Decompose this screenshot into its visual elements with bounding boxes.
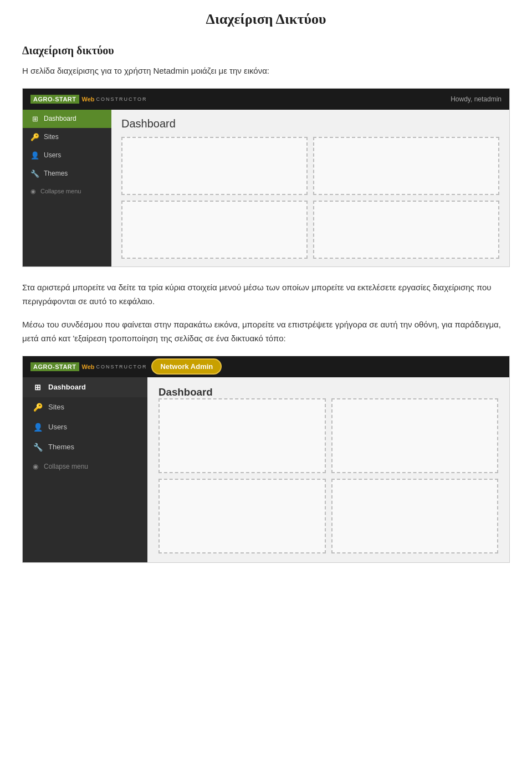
sidebar-2: ⊞ Dashboard 🔑 Sites 👤 Users 🔧 Themes ◉ C…	[23, 377, 147, 562]
dashboard-grid-1	[121, 137, 499, 259]
sidebar-label-dashboard-2: Dashboard	[48, 383, 86, 391]
sidebar-item-dashboard-1[interactable]: ⊞ Dashboard	[23, 110, 111, 128]
body-text-1: Στα αριστερά μπορείτε να δείτε τα τρία κ…	[22, 280, 510, 309]
screenshot-1: AGRO-START Web Constructor Howdy, netadm…	[22, 88, 510, 267]
main-content-2: Dashboard	[147, 377, 509, 562]
sidebar-label-sites-1: Sites	[44, 133, 59, 141]
dashboard-cell-1c	[121, 201, 308, 259]
logo-constructor-2: Constructor	[96, 364, 147, 370]
section-heading: Διαχείριση δικτύου	[22, 44, 510, 57]
admin-logo-1: AGRO-START Web Constructor	[30, 95, 147, 104]
main-content-1: Dashboard	[111, 110, 509, 266]
page-title: Διαχείριση Δικτύου	[22, 11, 510, 28]
sidebar-label-users-2: Users	[48, 423, 67, 431]
dashboard-title-1: Dashboard	[121, 117, 499, 130]
sidebar-label-dashboard-1: Dashboard	[44, 115, 76, 122]
users-icon-1: 👤	[30, 151, 39, 160]
sidebar-item-dashboard-2[interactable]: ⊞ Dashboard	[23, 377, 147, 397]
dashboard-title-2: Dashboard	[158, 386, 498, 398]
logo-agro-2: AGRO-START	[30, 362, 79, 371]
dashboard-cell-1b	[313, 137, 499, 195]
logo-web-1: Web	[82, 96, 95, 102]
intro-text: Η σελίδα διαχείρισης για το χρήστη Netad…	[22, 64, 510, 78]
sidebar-1: ⊞ Dashboard 🔑 Sites 👤 Users 🔧 Themes ◉ C…	[23, 110, 111, 266]
network-admin-badge[interactable]: Network Admin	[151, 358, 222, 375]
sidebar-collapse-2[interactable]: ◉ Collapse menu	[23, 457, 147, 476]
themes-icon-2: 🔧	[33, 443, 43, 452]
dashboard-cell-2b	[331, 398, 499, 473]
themes-icon-1: 🔧	[30, 170, 39, 178]
dashboard-cell-1a	[121, 137, 308, 195]
dashboard-cell-2d	[331, 479, 499, 553]
collapse-icon-2: ◉	[33, 463, 38, 470]
sidebar-item-users-1[interactable]: 👤 Users	[23, 146, 111, 165]
users-icon-2: 👤	[33, 423, 43, 432]
sidebar-label-sites-2: Sites	[48, 403, 64, 411]
admin-body-2: ⊞ Dashboard 🔑 Sites 👤 Users 🔧 Themes ◉ C…	[23, 377, 509, 562]
logo-agro-1: AGRO-START	[30, 95, 79, 104]
collapse-label-1: Collapse menu	[40, 188, 81, 194]
admin-header-2: AGRO-START Web Constructor Network Admin	[23, 356, 509, 377]
howdy-text-1: Howdy, netadmin	[451, 95, 502, 103]
dashboard-icon-1: ⊞	[30, 115, 39, 123]
collapse-label-2: Collapse menu	[44, 463, 88, 470]
screenshot-2: AGRO-START Web Constructor Network Admin…	[22, 356, 510, 563]
dashboard-cell-2a	[158, 398, 326, 473]
sidebar-item-themes-1[interactable]: 🔧 Themes	[23, 165, 111, 183]
body-text-2: Μέσω του συνδέσμου που φαίνεται στην παρ…	[22, 317, 510, 346]
sidebar-collapse-1[interactable]: ◉ Collapse menu	[23, 183, 111, 200]
sidebar-item-themes-2[interactable]: 🔧 Themes	[23, 437, 147, 457]
admin-header-1: AGRO-START Web Constructor Howdy, netadm…	[23, 89, 509, 110]
dashboard-cell-2c	[158, 479, 326, 553]
dashboard-grid-2	[158, 398, 498, 553]
sidebar-label-themes-2: Themes	[48, 443, 74, 451]
sidebar-item-users-2[interactable]: 👤 Users	[23, 417, 147, 437]
sidebar-label-users-1: Users	[44, 151, 61, 159]
admin-logo-2: AGRO-START Web Constructor Network Admin	[30, 358, 222, 375]
sites-icon-2: 🔑	[33, 403, 43, 412]
sites-icon-1: 🔑	[30, 133, 39, 141]
dashboard-icon-2: ⊞	[33, 383, 43, 392]
admin-body-1: ⊞ Dashboard 🔑 Sites 👤 Users 🔧 Themes ◉ C…	[23, 110, 509, 266]
sidebar-item-sites-2[interactable]: 🔑 Sites	[23, 397, 147, 417]
logo-web-2: Web	[82, 363, 95, 370]
collapse-icon-1: ◉	[30, 188, 36, 195]
logo-constructor-1: Constructor	[96, 96, 147, 102]
sidebar-label-themes-1: Themes	[44, 170, 68, 177]
dashboard-cell-1d	[313, 201, 499, 259]
sidebar-item-sites-1[interactable]: 🔑 Sites	[23, 128, 111, 146]
